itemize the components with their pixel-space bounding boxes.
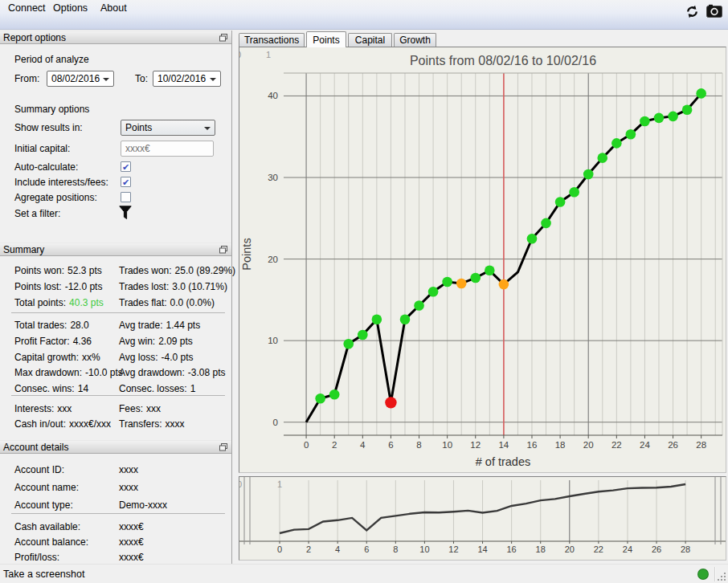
chart-tabbar: Transactions Points Capital Growth: [239, 31, 726, 47]
summary-options-label: Summary options: [14, 104, 89, 115]
resize-grip-icon: [717, 572, 726, 581]
show-results-combobox[interactable]: Points: [121, 120, 215, 136]
svg-text:18: 18: [536, 544, 546, 554]
svg-text:16: 16: [507, 544, 517, 554]
account-label: Account name:: [14, 482, 79, 493]
account-details-title: Account details: [3, 442, 68, 453]
account-value: xxxx: [119, 464, 138, 475]
show-results-value: Points: [125, 122, 152, 133]
svg-text:18: 18: [555, 440, 566, 450]
statusbar: Take a screenshot: [0, 564, 728, 583]
stat-label: Avg drawdown:: [119, 367, 185, 378]
account-value: xxxx€: [119, 536, 144, 548]
summary-row: Capital growth:xx% Avg loss:-4.0 pts: [14, 352, 227, 363]
to-date-value: 10/02/2016: [157, 73, 206, 84]
stat-value: xxxx: [166, 418, 185, 430]
svg-text:12: 12: [470, 440, 481, 450]
svg-text:# of trades: # of trades: [476, 455, 531, 468]
stat-label: Total trades:: [14, 320, 67, 331]
overview-chart-svg[interactable]: 024681012141618202224262801: [239, 477, 726, 560]
refresh-icon: [685, 4, 700, 19]
menu-about[interactable]: About: [96, 2, 132, 15]
account-row: Account type: Demo-xxxx: [14, 499, 227, 511]
initial-capital-input[interactable]: [121, 141, 214, 157]
svg-text:8: 8: [416, 440, 421, 450]
from-date-combobox[interactable]: 08/02/2016: [47, 71, 114, 87]
stat-value: xxx: [57, 403, 72, 414]
agregate-positions-label: Agregate positions:: [14, 192, 97, 203]
initial-capital-label: Initial capital:: [14, 141, 70, 157]
svg-text:20: 20: [565, 544, 575, 554]
summary-row: Profit Factor:4.36 Avg win:2.09 pts: [14, 336, 227, 347]
svg-text:14: 14: [498, 440, 509, 450]
svg-text:0: 0: [273, 418, 278, 427]
account-value: Demo-xxxx: [119, 499, 167, 511]
stat-value: 14: [78, 383, 88, 394]
tab-points[interactable]: Points: [306, 31, 346, 47]
menubar: Connect Options About: [0, 0, 728, 30]
svg-text:20: 20: [268, 255, 278, 264]
menu-options[interactable]: Options: [48, 2, 92, 15]
stat-value: xx%: [82, 352, 100, 363]
account-row: Account name: xxxx: [14, 482, 227, 493]
to-date-combobox[interactable]: 10/02/2016: [153, 71, 221, 87]
account-details-header: Account details: [0, 440, 231, 454]
menu-connect[interactable]: Connect: [3, 2, 51, 15]
divider: [11, 513, 225, 514]
agregate-positions-checkbox[interactable]: [121, 192, 131, 202]
chevron-down-icon: [210, 78, 216, 81]
stat-value: 1.44 pts: [166, 320, 200, 331]
to-label: To:: [135, 71, 148, 87]
from-date-value: 08/02/2016: [51, 73, 100, 84]
camera-button[interactable]: [706, 2, 723, 20]
total-points-value: 40.3 pts: [69, 297, 104, 308]
svg-text:10: 10: [419, 544, 429, 554]
auto-calculate-checkbox[interactable]: [121, 161, 131, 172]
svg-text:28: 28: [696, 440, 706, 450]
account-label: Account type:: [14, 499, 73, 511]
account-label: Account ID:: [14, 464, 64, 475]
stat-label: Transfers:: [119, 418, 162, 430]
account-value: xxxx€: [119, 521, 144, 532]
include-interests-checkbox[interactable]: [121, 177, 131, 187]
svg-text:0: 0: [239, 479, 242, 489]
account-label: Account balance:: [14, 536, 88, 548]
resize-grip[interactable]: [717, 572, 726, 581]
stat-label: Avg loss:: [119, 352, 157, 363]
filter-funnel-button[interactable]: [119, 206, 132, 220]
account-label: Cash available:: [14, 521, 80, 532]
undock-panel-icon[interactable]: [219, 34, 227, 42]
stat-label: Avg trade:: [119, 320, 162, 331]
summary-title: Summary: [3, 244, 44, 255]
undock-panel-icon[interactable]: [219, 443, 227, 451]
summary-row: Consec. wins:14 Consec. losses:1: [14, 383, 227, 394]
statusbar-separator: [714, 567, 715, 581]
connection-status-indicator: [697, 569, 709, 580]
undock-panel-icon[interactable]: [219, 246, 227, 254]
main-chart-svg[interactable]: 0246810121416182022242628010203040Points…: [239, 47, 726, 472]
chevron-down-icon: [103, 78, 109, 81]
stat-label: Capital growth:: [14, 352, 79, 363]
tab-capital[interactable]: Capital: [348, 33, 392, 47]
svg-text:22: 22: [611, 440, 622, 450]
refresh-button[interactable]: [683, 2, 701, 20]
svg-text:6: 6: [388, 440, 393, 450]
stat-value: xxx: [146, 403, 161, 414]
svg-text:12: 12: [448, 544, 458, 554]
tab-transactions[interactable]: Transactions: [239, 33, 305, 47]
svg-text:4: 4: [335, 544, 340, 554]
overview-chart-panel[interactable]: 024681012141618202224262801: [239, 476, 726, 561]
tab-growth[interactable]: Growth: [394, 33, 436, 47]
set-filter-label: Set a filter:: [14, 208, 60, 219]
svg-text:16: 16: [527, 440, 538, 450]
camera-icon: [706, 4, 722, 18]
summary-row: Points won:52.3 pts Trades won:25.0 (89.…: [14, 265, 227, 276]
points-chart-panel[interactable]: 0246810121416182022242628010203040Points…: [239, 47, 726, 473]
toolbar-actions: [683, 2, 723, 20]
svg-text:1: 1: [266, 50, 271, 59]
summary-row: Total points:40.3 pts Trades flat:0.0 (0…: [14, 297, 227, 308]
stat-label: Consec. wins:: [14, 383, 75, 394]
stat-label: Trades lost:: [119, 281, 169, 292]
svg-text:24: 24: [623, 544, 632, 554]
take-screenshot-label: Take a screenshot: [3, 569, 84, 580]
